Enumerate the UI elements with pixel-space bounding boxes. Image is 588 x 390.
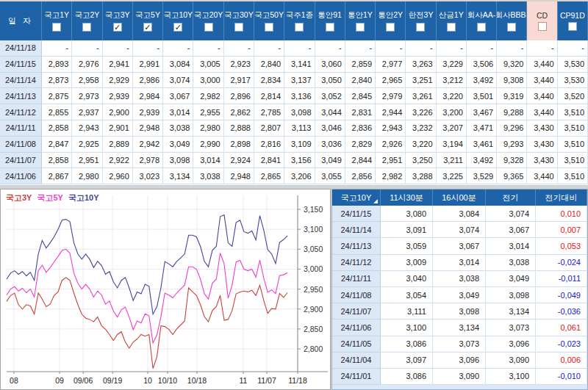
svg-text:11: 11 [239,376,247,385]
yield-cell: 3,136 [284,88,315,104]
quote-date-cell: 24/11/07 [332,303,381,319]
yield-cell: 3,430 [527,120,557,137]
yield-cell: 2,926 [376,137,406,153]
yield-cell: 2,955 [193,104,223,120]
yield-cell: 2,923 [224,57,254,73]
column-checkbox[interactable] [204,23,213,32]
yield-cell: 2,960 [103,168,133,184]
column-checkbox[interactable]: ✓ [113,23,122,32]
column-header-7[interactable]: 국고30Y [224,1,254,40]
yield-cell: 2,867 [42,168,72,184]
column-header-15[interactable]: 회사AA- [467,1,497,40]
chart-legend: 국고3Y국고5Y국고10Y [6,192,99,203]
quote-header-5[interactable]: 전기대비 [536,189,587,206]
svg-text:09: 09 [55,376,64,385]
yield-cell: 3,263 [406,57,436,73]
column-header-11[interactable]: 통안1Y [345,1,376,40]
column-checkbox[interactable] [52,23,61,32]
column-checkbox[interactable]: ✓ [173,23,182,32]
yield-cell: - [437,40,467,57]
column-header-9[interactable]: 국주1종 [284,1,315,40]
column-checkbox[interactable] [477,23,486,32]
yield-cell: 3,200 [437,104,467,120]
yield-cell: 2,917 [224,73,254,89]
yield-cell: - [497,40,527,57]
yield-cell: 3,467 [467,104,497,120]
quote-prev-cell: 3,049 [486,271,536,287]
column-header-label: 국고3Y [105,10,130,21]
quote-prev-cell: 3,090 [486,353,536,369]
column-header-13[interactable]: 한전3Y [406,1,436,40]
yield-cell: 3,510 [558,137,588,153]
yield-cell: 2,836 [345,120,376,137]
column-header-18[interactable]: CP91D [558,1,588,40]
yield-cell: 3,014 [193,153,223,169]
quote-prev-cell: 3,096 [486,336,536,353]
yield-cell: 3,440 [527,73,557,89]
column-header-6[interactable]: 국고20Y [193,1,223,40]
column-checkbox[interactable] [326,23,334,32]
quote-1130-cell: 3,009 [381,255,433,271]
svg-text:08: 08 [10,376,18,385]
column-checkbox[interactable] [295,23,304,32]
quote-1130-cell: 3,097 [381,353,433,369]
column-header-8[interactable]: 국고50Y [254,1,284,40]
quote-diff-cell: -0,024 [536,255,587,271]
column-header-10[interactable]: 통안91 [315,1,345,40]
yield-cell: 3,211 [437,153,467,169]
row-date-cell: 24/11/06 [0,168,42,184]
yield-cell: 3,038 [163,120,193,137]
row-date-cell: 24/11/14 [0,73,42,89]
quote-header-1[interactable]: 국고10Y [332,189,381,206]
yield-cell: 3,109 [284,137,315,153]
column-header-2[interactable]: 국고2Y [72,1,102,40]
yield-cell: 2,900 [103,104,133,120]
column-checkbox[interactable] [507,23,516,32]
column-header-16[interactable]: 회사BBB- [497,1,527,40]
yield-cell: - [315,40,345,57]
column-checkbox[interactable]: ✓ [143,23,152,32]
yield-cell: 2,948 [133,120,163,137]
quote-header-2[interactable]: 11시30분 [381,189,433,206]
quote-date-cell: 24/11/04 [332,353,381,369]
quote-1600-cell: 3,134 [433,319,486,336]
yield-cell: - [103,40,133,57]
column-header-17[interactable]: CD [527,1,557,40]
column-header-14[interactable]: 산금1Y [437,1,467,40]
column-header-1[interactable]: 국고1Y [42,1,72,40]
column-header-3[interactable]: 국고3Y✓ [103,1,133,40]
column-checkbox[interactable] [265,23,273,32]
column-header-label: 한전3Y [409,10,434,21]
column-header-4[interactable]: 국고5Y✓ [133,1,163,40]
column-checkbox[interactable] [568,22,577,31]
yield-cell: 2,958 [72,73,102,89]
column-checkbox[interactable] [447,23,456,32]
column-header-label: 국고30Y [224,10,254,21]
yield-cell: 3,530 [558,57,588,73]
yield-cell: 3,052 [315,88,345,104]
yield-cell: - [406,40,436,57]
quote-1130-cell: 3,059 [381,238,433,254]
quote-diff-cell: -0,049 [536,287,587,303]
yield-cell: 2,979 [376,88,406,104]
quote-prev-cell: 3,098 [486,287,536,303]
column-checkbox[interactable] [538,22,547,31]
yield-cell: 2,925 [72,137,102,153]
yield-cell: 3,038 [193,168,223,184]
yield-cell: 9,328 [497,153,527,169]
column-checkbox[interactable] [234,23,243,32]
yield-cell: 2,831 [345,104,376,120]
column-header-12[interactable]: 통안2Y [376,1,406,40]
column-header-5[interactable]: 국고10Y✓ [163,1,193,40]
column-checkbox[interactable] [386,23,395,32]
yield-cell: - [193,40,223,57]
date-column-header[interactable]: 일 자 [0,1,42,40]
svg-text:09/06: 09/06 [74,376,93,385]
sort-indicator-icon [373,199,378,203]
column-checkbox[interactable] [416,23,425,32]
column-checkbox[interactable] [356,23,365,32]
column-checkbox[interactable] [82,23,91,32]
quote-diff-cell: 0,007 [536,222,587,238]
quote-header-3[interactable]: 16시00분 [433,189,486,206]
quote-header-4[interactable]: 전기 [486,189,536,206]
